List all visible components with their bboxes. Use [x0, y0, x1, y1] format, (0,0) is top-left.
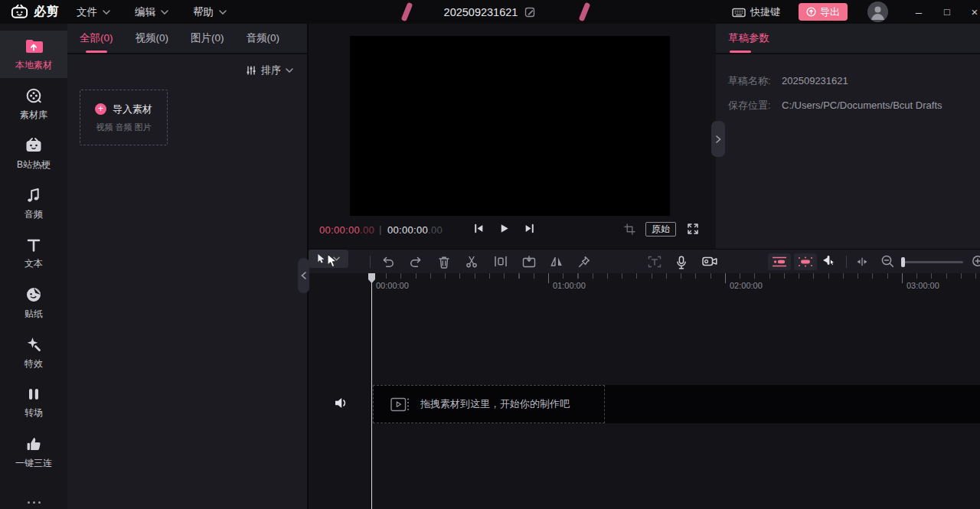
chevron-down-icon: [333, 256, 340, 261]
tab-video[interactable]: 视频(0): [136, 23, 169, 54]
preview-panel: 00:00:00.00 | 00:00:00.00 原始: [309, 24, 716, 249]
sidebar-item-effects[interactable]: 特效: [0, 329, 67, 377]
original-ratio-button[interactable]: 原始: [645, 222, 676, 237]
ruler-label: 02:00:00: [730, 281, 763, 290]
app-name: 必剪: [34, 4, 60, 20]
zoom-out-button[interactable]: [881, 255, 893, 267]
timeline-zoom-slider[interactable]: [902, 261, 963, 263]
crop-icon[interactable]: [624, 224, 635, 235]
bcut-tv-icon: [10, 3, 29, 20]
redo-button[interactable]: [410, 256, 422, 268]
next-frame-button[interactable]: [524, 223, 535, 234]
caption-recognition-button[interactable]: [648, 256, 662, 268]
zoom-in-button[interactable]: [972, 255, 980, 267]
film-reel-icon: [25, 87, 42, 104]
zoom-slider-knob[interactable]: [901, 257, 905, 267]
drop-hint-text: 拖拽素材到这里，开始你的制作吧: [420, 397, 570, 411]
select-tool-dropdown[interactable]: [309, 250, 348, 268]
shortcuts-button[interactable]: 快捷键: [732, 5, 780, 19]
fullscreen-icon[interactable]: [687, 223, 699, 235]
app-logo: 必剪: [10, 3, 60, 20]
fit-timeline-button[interactable]: [856, 257, 868, 269]
mirror-flip-button[interactable]: [550, 256, 564, 268]
track-mute-speaker-icon[interactable]: [334, 396, 348, 409]
timeline-toolbar: [309, 249, 980, 273]
free-track-toggle[interactable]: [794, 253, 817, 270]
draft-path-value: C:/Users/PC/Documents/Bcut Drafts: [782, 100, 942, 111]
timecode-separator: |: [379, 224, 382, 235]
sort-dropdown[interactable]: 排序: [246, 64, 293, 77]
cut-button[interactable]: [466, 256, 478, 268]
media-tabs: 全部(0) 视频(0) 图片(0) 音频(0): [67, 24, 307, 54]
user-avatar[interactable]: [867, 2, 888, 22]
timecode-total: 00:00:00.00: [387, 224, 443, 236]
divider: [846, 256, 847, 268]
sidebar-item-stickers[interactable]: 贴纸: [0, 279, 67, 327]
timecode-current: 00:00:00.00: [319, 224, 374, 236]
export-button[interactable]: 导出: [799, 3, 848, 21]
plus-icon: +: [95, 103, 106, 115]
tab-image[interactable]: 图片(0): [191, 23, 224, 54]
playhead[interactable]: [371, 273, 372, 509]
ruler-major-ticks: [371, 273, 980, 283]
ruler-label: 00:00:00: [376, 281, 409, 290]
import-media-dropzone[interactable]: + 导入素材 视频 音频 图片: [80, 90, 168, 145]
record-audio-mic-button[interactable]: [676, 256, 687, 268]
text-t-icon: [26, 237, 41, 253]
timeline-drop-hint[interactable]: 拖拽素材到这里，开始你的制作吧: [373, 385, 605, 423]
draft-name-row: 草稿名称:202509231621: [728, 74, 848, 88]
chevron-down-icon: [161, 10, 168, 15]
overwrite-button[interactable]: [522, 256, 536, 268]
minimize-button[interactable]: –: [906, 0, 932, 24]
timeline-area: 00:00:00 01:00:00 02:00:00 03:00:00 拖拽素材…: [309, 273, 980, 509]
film-clip-icon: [390, 397, 410, 412]
timeline-ruler[interactable]: 00:00:00 01:00:00 02:00:00 03:00:00: [309, 273, 980, 293]
undo-button[interactable]: [381, 256, 394, 268]
chevron-down-icon: [286, 68, 293, 73]
sidebar-item-audio[interactable]: 音频: [0, 180, 67, 227]
left-sidebar: 本地素材 素材库 B站热梗 音频 文本: [0, 24, 67, 509]
transition-bars-icon: [27, 387, 41, 402]
record-video-camera-button[interactable]: [702, 256, 717, 268]
previous-frame-button[interactable]: [473, 223, 485, 234]
sticker-face-icon: [25, 286, 42, 303]
maximize-button[interactable]: □: [934, 0, 960, 24]
tab-all[interactable]: 全部(0): [80, 23, 113, 54]
pin-button[interactable]: [578, 256, 590, 268]
sidebar-item-transitions[interactable]: 转场: [0, 379, 67, 426]
edit-title-icon[interactable]: [524, 6, 536, 18]
sidebar-item-bili-memes[interactable]: B站热梗: [0, 130, 67, 178]
import-types: 视频 音频 图片: [96, 122, 151, 133]
main-track-toggle[interactable]: [768, 253, 791, 270]
collapse-left-panel-handle[interactable]: [298, 258, 309, 293]
sidebar-item-material-library[interactable]: 素材库: [0, 80, 67, 128]
sidebar-item-text[interactable]: 文本: [0, 230, 67, 277]
delete-button[interactable]: [438, 256, 450, 268]
menu-help[interactable]: 帮助: [188, 0, 231, 24]
bcut-app-window: 必剪 文件 编辑 帮助 202509231621 快捷键: [0, 0, 980, 509]
pink-slash-decoration: [401, 2, 413, 22]
chevron-down-icon: [219, 10, 227, 15]
play-button[interactable]: [498, 223, 510, 234]
draft-parameters-panel: 草稿参数 草稿名称:202509231621 保存位置:C:/Users/PC/…: [716, 24, 980, 249]
close-button[interactable]: ×: [962, 0, 980, 24]
sidebar-item-triple-like[interactable]: 一键三连: [0, 429, 67, 476]
tab-draft-parameters[interactable]: 草稿参数: [728, 23, 769, 54]
draft-panel-header: 草稿参数: [716, 24, 980, 54]
local-media-folder-icon: [24, 38, 44, 54]
tab-audio[interactable]: 音频(0): [247, 23, 280, 54]
magic-star-icon: [25, 336, 42, 353]
sidebar-more-button[interactable]: [0, 491, 67, 509]
bili-tv-icon: [24, 137, 43, 154]
collapse-right-panel-handle[interactable]: [711, 121, 725, 157]
sidebar-item-local-media[interactable]: 本地素材: [0, 31, 67, 78]
menu-edit[interactable]: 编辑: [130, 0, 173, 24]
menu-file[interactable]: 文件: [72, 0, 115, 24]
snap-playhead-toggle[interactable]: [822, 255, 837, 267]
split-button[interactable]: [494, 256, 508, 268]
video-viewport: [350, 36, 670, 216]
keyboard-icon: [732, 7, 746, 18]
cursor-icon: [317, 253, 325, 264]
music-note-icon: [26, 187, 41, 204]
sort-sliders-icon: [246, 65, 256, 76]
